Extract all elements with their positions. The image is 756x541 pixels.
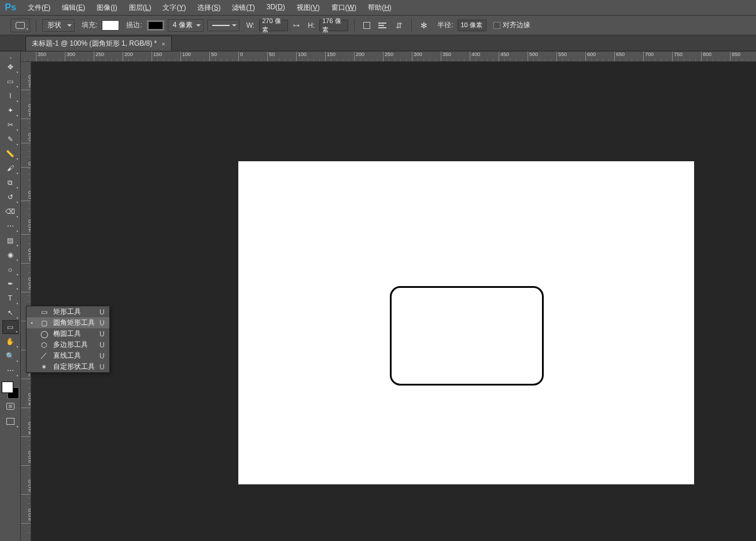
tool-eraser[interactable]: ⌫ <box>2 205 19 218</box>
menu-e[interactable]: 编辑(E) <box>56 1 91 15</box>
menu-v[interactable]: 视图(V) <box>291 1 326 15</box>
tool-zoom[interactable]: 🔍 <box>2 349 19 363</box>
eyedrop-icon: ✎ <box>8 135 13 143</box>
toolbox-collapse-icon[interactable] <box>0 55 20 60</box>
flyout-ellipse[interactable]: ◯椭圆工具U <box>27 328 109 339</box>
flyout-line[interactable]: ／直线工具U <box>27 350 109 361</box>
menubar: Ps 文件(F)编辑(E)图像(I)图层(L)文字(Y)选择(S)滤镜(T)3D… <box>0 0 756 16</box>
custom-icon: ✶ <box>39 362 49 372</box>
radius-field[interactable]: 10 像素 <box>458 20 486 31</box>
current-tool-icon[interactable] <box>10 18 30 32</box>
tool-crop[interactable]: ✂ <box>2 118 19 132</box>
tool-more[interactable]: ⋯ <box>2 219 19 233</box>
menu-t[interactable]: 滤镜(T) <box>226 1 260 15</box>
height-field[interactable]: 176 像素 <box>319 20 348 31</box>
menu-f[interactable]: 文件(F) <box>22 1 56 15</box>
marquee-icon: ▭ <box>7 77 13 86</box>
ruler-vertical[interactable]: 1501005005010015020025030035040045050055… <box>21 62 31 541</box>
line-icon: ／ <box>39 351 49 361</box>
menu-d[interactable]: 3D(D) <box>261 1 291 15</box>
shape-mode-dropdown[interactable]: 形状 <box>42 19 75 32</box>
tool-hand[interactable]: ✋ <box>2 335 19 349</box>
tool-type[interactable]: T <box>2 291 19 305</box>
flyout-rect[interactable]: ▭矩形工具U <box>27 306 109 317</box>
stroke-swatch[interactable] <box>147 20 164 31</box>
ellipsis-icon: ⋯ <box>7 366 14 375</box>
shape-tool-flyout: ▭矩形工具U•▢圆角矩形工具U◯椭圆工具U⬡多边形工具U／直线工具U✶自定形状工… <box>26 306 110 373</box>
tool-pen[interactable]: ✒ <box>2 277 19 291</box>
flyout-custom[interactable]: ✶自定形状工具U <box>27 361 109 372</box>
radius-label: 半径: <box>437 20 453 30</box>
path-icon: ↖ <box>8 309 13 317</box>
fill-label: 填充: <box>82 20 97 30</box>
gear-icon[interactable]: ✻ <box>418 19 430 32</box>
tool-shape[interactable]: ▭ <box>2 320 19 334</box>
screenmode-icon[interactable] <box>2 414 19 428</box>
ruler-icon: 📏 <box>6 150 14 158</box>
path-ops-icon[interactable] <box>360 19 373 32</box>
tool-eyedrop[interactable]: ✎ <box>2 132 19 146</box>
width-field[interactable]: 270 像素 <box>259 20 288 31</box>
more-icon: ⋯ <box>7 222 14 230</box>
stamp-icon: ⧉ <box>8 179 13 187</box>
shape-mode-value: 形状 <box>47 20 61 30</box>
arrange-icon[interactable]: ⇵ <box>393 19 405 32</box>
menu-i[interactable]: 图像(I) <box>91 1 123 15</box>
tool-ellipsis[interactable]: ⋯ <box>2 364 19 377</box>
h-label: H: <box>308 21 315 29</box>
polygon-icon: ⬡ <box>39 340 49 350</box>
options-bar: 形状 填充: 描边: 4 像素 W: 270 像素 ⊶ H: 176 像素 ⇵ … <box>0 16 756 35</box>
workspace: ✥▭⌇✦✂✎📏🖌⧉↺⌫⋯▤◉☼✒T↖▭✋🔍⋯ 40035030025020015… <box>0 51 756 541</box>
close-icon[interactable]: × <box>161 40 165 47</box>
crop-icon: ✂ <box>8 121 13 129</box>
fill-swatch[interactable] <box>102 20 119 31</box>
hand-icon: ✋ <box>6 338 14 346</box>
align-edges-checkbox[interactable]: 对齐边缘 <box>493 20 530 30</box>
move-icon: ✥ <box>8 63 13 71</box>
gradient-icon: ▤ <box>7 236 13 244</box>
menu-w[interactable]: 窗口(W) <box>326 1 362 15</box>
tool-move[interactable]: ✥ <box>2 60 19 74</box>
stroke-style-dropdown[interactable] <box>207 20 239 31</box>
document-tab[interactable]: 未标题-1 @ 100% (圆角矩形 1, RGB/8) * × <box>25 36 172 51</box>
tool-stamp[interactable]: ⧉ <box>2 176 19 190</box>
tool-history[interactable]: ↺ <box>2 190 19 204</box>
menu-h[interactable]: 帮助(H) <box>362 1 397 15</box>
tool-marquee[interactable]: ▭ <box>2 75 19 88</box>
stroke-width-dropdown[interactable]: 4 像素 <box>168 19 204 32</box>
tool-blur[interactable]: ◉ <box>2 248 19 262</box>
ruler-horizontal[interactable]: 4003503002502001501005005010015020025030… <box>21 51 756 62</box>
canvas-area[interactable] <box>31 62 756 541</box>
flyout-polygon[interactable]: ⬡多边形工具U <box>27 339 109 350</box>
quickmask-icon[interactable] <box>2 399 19 413</box>
history-icon: ↺ <box>8 193 13 201</box>
rounded-rect-shape[interactable] <box>390 286 544 386</box>
menu-s[interactable]: 选择(S) <box>191 1 226 15</box>
blur-icon: ◉ <box>8 251 13 259</box>
link-wh-icon[interactable]: ⊶ <box>292 21 301 30</box>
stroke-label: 描边: <box>126 20 142 30</box>
tool-ruler[interactable]: 📏 <box>2 147 19 161</box>
pen-icon: ✒ <box>8 280 13 288</box>
tool-wand[interactable]: ✦ <box>2 103 19 117</box>
tool-gradient[interactable]: ▤ <box>2 234 19 247</box>
dodge-icon: ☼ <box>7 265 13 273</box>
ellipse-icon: ◯ <box>39 329 49 339</box>
tool-lasso[interactable]: ⌇ <box>2 89 19 103</box>
fg-color[interactable] <box>2 381 13 393</box>
flyout-rrect[interactable]: •▢圆角矩形工具U <box>27 317 109 328</box>
lasso-icon: ⌇ <box>9 92 12 100</box>
fg-bg-swatch[interactable] <box>2 381 19 399</box>
toolbox: ✥▭⌇✦✂✎📏🖌⧉↺⌫⋯▤◉☼✒T↖▭✋🔍⋯ <box>0 51 21 541</box>
menu-l[interactable]: 图层(L) <box>123 1 157 15</box>
tool-path[interactable]: ↖ <box>2 306 19 320</box>
align-icon[interactable] <box>377 19 389 32</box>
shape-icon: ▭ <box>7 323 13 331</box>
rect-icon: ▭ <box>39 307 49 317</box>
w-label: W: <box>246 21 255 29</box>
tool-dodge[interactable]: ☼ <box>2 262 19 276</box>
rrect-icon: ▢ <box>39 318 49 328</box>
tool-brush[interactable]: 🖌 <box>2 161 19 175</box>
document-tab-title: 未标题-1 @ 100% (圆角矩形 1, RGB/8) * <box>32 39 157 49</box>
menu-y[interactable]: 文字(Y) <box>157 1 191 15</box>
